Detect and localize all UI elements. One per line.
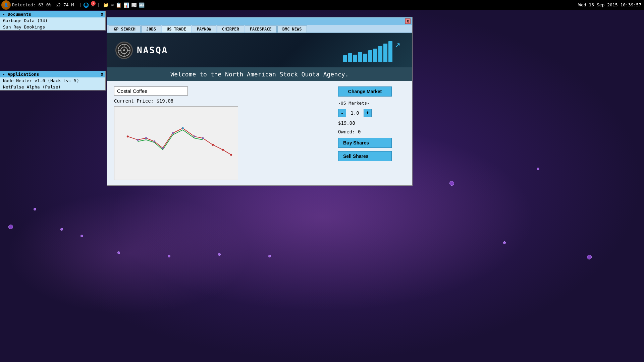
chart-bar bbox=[348, 53, 352, 62]
browser-titlebar: X bbox=[107, 17, 412, 25]
svg-point-13 bbox=[172, 132, 174, 134]
folder-icon[interactable]: 📁 bbox=[103, 2, 109, 8]
browser-tabs: GP SEARCH JOBS US TRADE PAYNOW CHIRPER F… bbox=[107, 25, 412, 33]
document-icon[interactable]: 📋 bbox=[116, 2, 121, 8]
svg-point-2 bbox=[123, 49, 125, 51]
current-price-label: Current Price: $19.08 bbox=[114, 98, 331, 104]
tab-gp-search[interactable]: GP SEARCH bbox=[109, 25, 141, 33]
tab-us-trade[interactable]: US TRADE bbox=[162, 25, 191, 33]
chart-bar bbox=[343, 55, 347, 62]
chart-bar bbox=[353, 55, 357, 62]
browser-content: Current Price: $19.08 55.74 11.77 bbox=[107, 81, 412, 185]
netpulse-item[interactable]: NetPulse Alpha (Pulse) bbox=[0, 84, 105, 90]
documents-titlebar: - Documents X bbox=[0, 11, 105, 17]
left-panel: - Documents X Garbage Data (34) Sun Ray … bbox=[0, 11, 106, 92]
node-neuter-item[interactable]: Node Neuter v1.0 (Hack Lv: 5) bbox=[0, 77, 105, 84]
network-node bbox=[449, 181, 454, 186]
tab-paynow[interactable]: PAYNOW bbox=[192, 25, 216, 33]
network-node bbox=[268, 255, 271, 257]
nasqa-logo-area: NASQA bbox=[115, 42, 168, 59]
svg-point-19 bbox=[230, 154, 232, 156]
svg-point-8 bbox=[127, 135, 129, 137]
nasqa-welcome: Welcome to the North American Stock Quot… bbox=[107, 67, 412, 81]
datetime-display: Wed 16 Sep 2015 10:39:57 bbox=[578, 2, 641, 7]
network-node bbox=[537, 168, 539, 170]
network-node bbox=[8, 225, 13, 229]
network-node bbox=[168, 255, 170, 257]
svg-point-18 bbox=[222, 149, 224, 151]
svg-point-12 bbox=[162, 147, 164, 149]
applications-panel: - Applications X Node Neuter v1.0 (Hack … bbox=[0, 71, 106, 90]
browser-window: X GP SEARCH JOBS US TRADE PAYNOW CHIRPER… bbox=[107, 17, 413, 186]
chart-icon[interactable]: 📊 bbox=[123, 2, 129, 8]
market-label: -US Markets- bbox=[338, 101, 405, 106]
network-node bbox=[218, 253, 221, 256]
applications-titlebar: - Applications X bbox=[0, 71, 105, 77]
nasqa-name: NASQA bbox=[137, 45, 168, 55]
stock-info: Current Price: $19.08 55.74 11.77 bbox=[114, 86, 331, 180]
taskbar-icons: 🌐 ✉ 2 | 📁 ⌨ 📋 📊 📰 🔤 bbox=[83, 2, 145, 8]
sun-ray-bookings-item[interactable]: Sun Ray Bookings bbox=[0, 24, 105, 30]
sell-shares-button[interactable]: Sell Shares bbox=[338, 151, 392, 161]
money-display: $2.74 M bbox=[55, 2, 74, 7]
chart-bar bbox=[388, 41, 392, 62]
network-node bbox=[34, 208, 36, 210]
chart-bar bbox=[368, 50, 372, 62]
documents-panel: - Documents X Garbage Data (34) Sun Ray … bbox=[0, 11, 106, 31]
stock-controls: Change Market -US Markets- - 1.0 + $19.0… bbox=[338, 86, 405, 180]
quantity-increase-button[interactable]: + bbox=[364, 109, 372, 117]
quantity-row: - 1.0 + bbox=[338, 109, 405, 117]
svg-point-10 bbox=[145, 137, 147, 139]
network-node bbox=[60, 228, 63, 231]
quantity-value: 1.0 bbox=[348, 110, 362, 116]
svg-point-11 bbox=[153, 140, 155, 142]
svg-point-15 bbox=[194, 135, 196, 137]
shares-owned: Owned: 0 bbox=[338, 129, 405, 134]
globe-icon[interactable]: 🌐 bbox=[83, 2, 89, 8]
text-icon[interactable]: 🔤 bbox=[139, 2, 145, 8]
stock-chart: 55.74 11.77 bbox=[114, 106, 238, 180]
svg-point-16 bbox=[202, 137, 204, 139]
network-node bbox=[503, 241, 506, 244]
nasqa-logo-icon bbox=[115, 42, 133, 59]
network-node bbox=[80, 235, 83, 237]
tab-facespace[interactable]: FACESPACE bbox=[245, 25, 277, 33]
chart-bar bbox=[363, 54, 367, 62]
keyboard-icon[interactable]: ⌨ bbox=[111, 2, 113, 8]
chart-bar bbox=[383, 44, 387, 62]
network-node bbox=[117, 251, 120, 254]
taskbar: 👤 Detected: 63.0% $2.74 M | 🌐 ✉ 2 | 📁 ⌨ … bbox=[0, 0, 644, 10]
browser-close-button[interactable]: X bbox=[405, 18, 411, 24]
mail-count-badge: 2 bbox=[91, 1, 96, 6]
newspaper-icon[interactable]: 📰 bbox=[131, 2, 137, 8]
tab-jobs[interactable]: JOBS bbox=[141, 25, 161, 33]
chart-arrow-icon: ↗ bbox=[395, 39, 400, 50]
chart-bar bbox=[378, 46, 382, 62]
nasqa-chart: ↗ bbox=[343, 39, 404, 62]
garbage-data-item[interactable]: Garbage Data (34) bbox=[0, 17, 105, 24]
svg-point-9 bbox=[137, 139, 139, 141]
tab-chirper[interactable]: CHIRPER bbox=[217, 25, 244, 33]
avatar: 👤 bbox=[1, 0, 11, 10]
share-price: $19.08 bbox=[338, 120, 405, 126]
mail-icon[interactable]: ✉ 2 bbox=[91, 2, 94, 8]
nasqa-banner: NASQA ↗ bbox=[107, 33, 412, 67]
detected-label: Detected: 63.0% bbox=[12, 2, 51, 7]
svg-point-17 bbox=[212, 144, 214, 146]
stock-name-input[interactable] bbox=[114, 86, 188, 96]
change-market-button[interactable]: Change Market bbox=[338, 86, 392, 97]
svg-point-14 bbox=[182, 127, 184, 129]
applications-close-button[interactable]: X bbox=[101, 72, 103, 77]
svg-rect-7 bbox=[114, 107, 238, 180]
quantity-decrease-button[interactable]: - bbox=[338, 109, 346, 117]
chart-bar bbox=[358, 52, 362, 62]
buy-shares-button[interactable]: Buy Shares bbox=[338, 138, 392, 148]
tab-bmc-news[interactable]: BMC NEWS bbox=[277, 25, 307, 33]
stock-chart-svg bbox=[114, 107, 238, 180]
chart-bar bbox=[373, 49, 377, 62]
documents-close-button[interactable]: X bbox=[101, 12, 103, 17]
network-node bbox=[587, 255, 592, 259]
